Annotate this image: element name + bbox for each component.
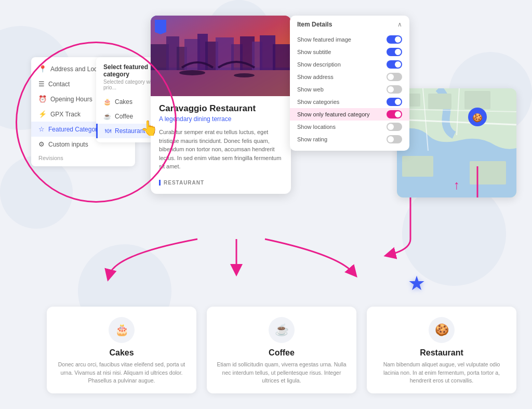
toggle-row-featured-image: Show featured image xyxy=(297,33,402,46)
restaurant-card-title: Restaurant xyxy=(420,348,463,358)
toggle-label-subtitle: Show subtitle xyxy=(297,49,331,55)
toggle-label-locations: Show locations xyxy=(297,124,336,130)
toggle-label-categories: Show categories xyxy=(297,99,339,105)
blue-star: ★ xyxy=(408,272,425,295)
coffee-icon-small: ☕ xyxy=(103,113,111,120)
toggle-categories[interactable] xyxy=(387,98,402,106)
map-card: 🍪 ↑ xyxy=(397,88,516,197)
revisions-label: Revisions xyxy=(31,152,135,162)
bottom-card-restaurant: 🍪 Restaurant Nam bibendum aliquet augue,… xyxy=(367,307,516,393)
item-details-panel: Item Details ∧ Show featured image Show … xyxy=(290,16,409,151)
restaurant-card-description: Nam bibendum aliquet augue, vel vulputat… xyxy=(375,361,508,385)
toggle-description[interactable] xyxy=(387,60,402,69)
coffee-card-icon: ☕ xyxy=(269,317,295,343)
svg-rect-24 xyxy=(402,156,433,177)
panel-header: Item Details ∧ xyxy=(297,21,402,28)
bg-blob-2 xyxy=(0,156,73,229)
cakes-card-description: Donec arcu orci, faucibus vitae eleifend… xyxy=(55,361,188,385)
toggle-row-subtitle: Show subtitle xyxy=(297,46,402,58)
toggle-row-locations: Show locations xyxy=(297,121,402,133)
toggle-featured-category-only[interactable] xyxy=(387,110,402,118)
toggle-row-web: Show web xyxy=(297,83,402,96)
chevron-up-icon[interactable]: ∧ xyxy=(397,21,402,28)
restaurant-image-svg xyxy=(151,16,291,96)
card-subtitle: A legendary dining terrace xyxy=(159,115,283,123)
svg-rect-23 xyxy=(464,91,490,109)
star-icon: ☆ xyxy=(38,125,45,133)
cakes-icon: 🎂 xyxy=(103,98,111,105)
bottom-cards-row: 🎂 Cakes Donec arcu orci, faucibus vitae … xyxy=(47,307,516,393)
address-icon: 📍 xyxy=(38,65,47,73)
toggle-locations[interactable] xyxy=(387,123,402,131)
toggle-label-web: Show web xyxy=(297,86,324,93)
coffee-card-title: Coffee xyxy=(269,348,295,358)
svg-rect-22 xyxy=(428,94,451,109)
svg-point-15 xyxy=(234,73,255,77)
cakes-card-title: Cakes xyxy=(109,348,134,358)
toggle-row-address: Show address xyxy=(297,71,402,83)
toggle-label-featured-category-only: Show only featured category xyxy=(297,111,369,117)
svg-rect-25 xyxy=(470,161,506,184)
svg-rect-1 xyxy=(151,68,291,96)
toggle-label-address: Show address xyxy=(297,74,334,80)
toggle-label-description: Show description xyxy=(297,61,341,68)
toggle-web[interactable] xyxy=(387,85,402,94)
svg-text:🍪: 🍪 xyxy=(472,113,483,123)
gpx-icon: ⚡ xyxy=(38,110,47,118)
toggle-row-description: Show description xyxy=(297,58,402,71)
svg-rect-2 xyxy=(151,44,169,70)
toggle-subtitle[interactable] xyxy=(387,48,402,56)
svg-point-14 xyxy=(179,70,205,75)
toggle-row-featured-category-only: Show only featured category xyxy=(290,108,409,121)
toggle-row-categories: Show categories xyxy=(297,96,402,108)
cakes-card-icon: 🎂 xyxy=(109,317,135,343)
map-background: 🍪 ↑ xyxy=(397,88,516,197)
card-title: Caravaggio Restaurant xyxy=(159,103,283,114)
toggle-featured-image[interactable] xyxy=(387,35,402,44)
toggle-rating[interactable] xyxy=(387,135,402,143)
map-arrow-up: ↑ xyxy=(454,178,460,192)
bookmark-icon xyxy=(155,20,166,34)
panel-title: Item Details xyxy=(297,21,332,28)
card-description: Curabitur semper erat eu tellus luctus, … xyxy=(159,128,283,171)
card-tag: RESTAURANT xyxy=(159,180,204,186)
bottom-card-coffee: ☕ Coffee Etiam id sollicitudin quam, viv… xyxy=(207,307,356,393)
contact-icon: ☰ xyxy=(38,80,45,88)
restaurant-card-image xyxy=(151,16,291,96)
coffee-card-description: Etiam id sollicitudin quam, viverra eges… xyxy=(215,361,348,385)
svg-rect-13 xyxy=(273,44,291,70)
clock-icon: ⏰ xyxy=(38,95,47,103)
toggle-label-featured-image: Show featured image xyxy=(297,36,351,43)
bg-blob-5 xyxy=(402,182,506,286)
toggle-label-rating: Show rating xyxy=(297,136,327,142)
grid-icon: ⚙ xyxy=(38,140,45,148)
toggle-row-rating: Show rating xyxy=(297,133,402,146)
card-body: Caravaggio Restaurant A legendary dining… xyxy=(151,96,291,194)
toggle-address[interactable] xyxy=(387,73,402,81)
restaurant-card: Caravaggio Restaurant A legendary dining… xyxy=(151,16,291,194)
bottom-card-cakes: 🎂 Cakes Donec arcu orci, faucibus vitae … xyxy=(47,307,196,393)
restaurant-card-icon: 🍪 xyxy=(429,317,455,343)
restaurant-icon-small: 🍽 xyxy=(105,127,111,135)
